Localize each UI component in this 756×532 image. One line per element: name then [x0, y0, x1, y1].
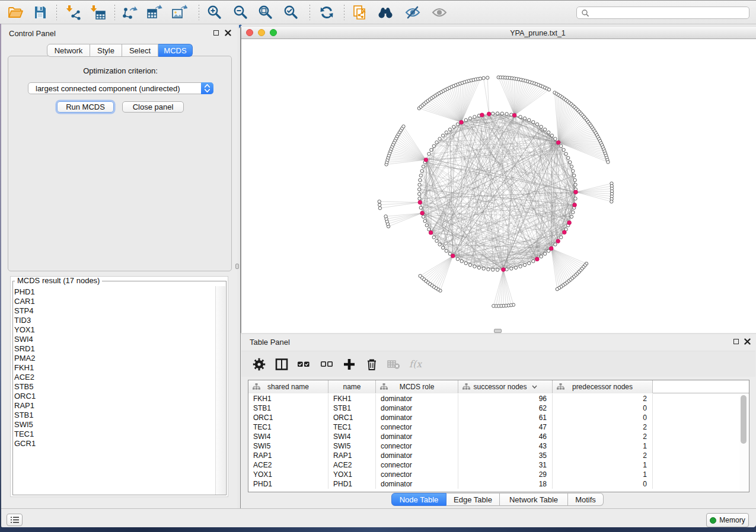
mcds-result-item[interactable]: PMA2 — [14, 354, 210, 363]
table-cell: 43 — [458, 441, 553, 451]
mcds-result-item[interactable]: FKH1 — [14, 363, 210, 373]
trash-icon[interactable] — [365, 357, 379, 371]
unchecked-boxes-icon[interactable] — [320, 357, 334, 371]
tab-network[interactable]: Network — [47, 44, 90, 57]
table-cell: 2 — [553, 451, 653, 460]
tab-mcds[interactable]: MCDS — [158, 44, 193, 57]
close-panel-button[interactable]: Close panel — [122, 101, 184, 113]
table-row[interactable]: RAP1RAP1dominator352 — [248, 451, 749, 460]
import-table-icon[interactable] — [90, 4, 107, 21]
table-row[interactable]: PHD1PHD1dominator180 — [248, 479, 749, 489]
table-cell: RAP1 — [328, 451, 376, 460]
export-table-icon[interactable] — [146, 4, 162, 21]
table-row[interactable]: ORC1ORC1dominator610 — [248, 413, 749, 422]
column-header-successor-nodes[interactable]: successor nodes — [458, 380, 553, 393]
divider-handle[interactable] — [235, 264, 239, 269]
mcds-result-item[interactable]: GCR1 — [14, 439, 210, 448]
table-row[interactable]: YOX1YOX1connector291 — [248, 470, 749, 479]
mcds-result-item[interactable]: SWI5 — [14, 420, 210, 430]
hide-eye-icon[interactable] — [404, 4, 421, 21]
search-box[interactable] — [576, 7, 749, 19]
table-cell: TEC1 — [328, 422, 376, 432]
gear-icon[interactable] — [252, 357, 266, 371]
columns-icon[interactable] — [275, 357, 289, 371]
close-icon[interactable] — [744, 338, 751, 345]
zoom-fit-icon[interactable] — [257, 4, 274, 21]
mcds-result-item[interactable]: YOX1 — [14, 325, 210, 335]
float-window-icon[interactable] — [213, 30, 219, 36]
mcds-result-item[interactable]: STP4 — [14, 306, 210, 316]
export-network-icon[interactable] — [122, 4, 138, 21]
save-icon[interactable] — [32, 4, 49, 21]
table-scrollbar[interactable] — [739, 394, 748, 491]
close-icon[interactable] — [225, 30, 231, 36]
panel-list-button[interactable] — [7, 514, 23, 526]
table-cell: 62 — [458, 403, 553, 413]
toolbar-separator — [114, 5, 115, 20]
toolbar-separator — [56, 5, 57, 20]
tab-edge-table[interactable]: Edge Table — [446, 493, 500, 506]
minimize-traffic-light[interactable] — [258, 29, 265, 36]
table-row[interactable]: SWI5SWI5connector431 — [248, 441, 749, 451]
mcds-result-item[interactable]: SWI4 — [14, 335, 210, 344]
column-header-predecessor-nodes[interactable]: predecessor nodes — [553, 380, 653, 393]
open-folder-icon[interactable] — [7, 4, 24, 21]
column-header-MCDS-role[interactable]: MCDS role — [376, 380, 458, 393]
float-window-icon[interactable] — [733, 339, 739, 344]
mcds-result-item[interactable]: TEC1 — [14, 430, 210, 439]
tab-network-table[interactable]: Network Table — [500, 493, 568, 506]
table-delete-icon — [387, 357, 401, 371]
zoom-selected-icon[interactable] — [283, 4, 299, 21]
export-image-icon[interactable] — [171, 4, 187, 21]
mcds-result-item[interactable]: PHD1 — [14, 287, 210, 297]
svg-text:f(x): f(x) — [409, 358, 422, 370]
network-graph-canvas[interactable] — [241, 39, 756, 333]
mcds-result-item[interactable]: ORC1 — [14, 392, 210, 401]
table-row[interactable]: ACE2ACE2connector311 — [248, 460, 749, 470]
table-scrollbar-thumb[interactable] — [741, 395, 747, 444]
horizontal-divider-handle[interactable] — [494, 329, 502, 333]
mcds-result-item[interactable]: TID3 — [14, 316, 210, 325]
table-cell: 0 — [553, 413, 653, 422]
table-row[interactable]: STB1STB1dominator620 — [248, 403, 749, 413]
criterion-select[interactable]: largest connected component (undirected) — [28, 82, 213, 94]
zoom-traffic-light[interactable] — [270, 29, 277, 36]
table-cell: 46 — [458, 432, 553, 441]
select-arrows-icon — [201, 82, 213, 94]
show-eye-icon[interactable] — [431, 4, 448, 21]
table-panel: Table Panel f(x) shared namenameMCDS rol… — [241, 334, 756, 508]
tab-style[interactable]: Style — [90, 44, 122, 57]
mcds-result-item[interactable]: ACE2 — [14, 373, 210, 382]
table-cell: FKH1 — [248, 394, 328, 403]
refresh-icon[interactable] — [318, 4, 335, 21]
table-cell: ACE2 — [248, 460, 328, 470]
zoom-out-icon[interactable] — [232, 4, 249, 21]
column-header-shared-name[interactable]: shared name — [248, 380, 328, 393]
table-row[interactable]: FKH1FKH1dominator962 — [248, 394, 749, 403]
import-network-icon[interactable] — [66, 4, 82, 21]
mcds-result-item[interactable]: RAP1 — [14, 401, 210, 411]
share-docs-icon[interactable] — [352, 4, 368, 21]
mcds-result-scrollbar[interactable] — [215, 286, 225, 495]
tab-motifs[interactable]: Motifs — [568, 493, 604, 506]
plus-icon[interactable] — [342, 357, 356, 371]
network-frame-titlebar[interactable]: YPA_prune.txt_1 — [241, 27, 756, 39]
search-input[interactable] — [589, 8, 749, 18]
table-row[interactable]: SWI4SWI4dominator462 — [248, 432, 749, 441]
checked-boxes-icon[interactable] — [296, 357, 311, 371]
mcds-result-item[interactable]: SRD1 — [14, 344, 210, 354]
column-header-name[interactable]: name — [328, 380, 376, 393]
mcds-result-item[interactable]: STB1 — [14, 411, 210, 420]
table-cell: TEC1 — [248, 422, 328, 432]
zoom-in-icon[interactable] — [206, 4, 223, 21]
tab-node-table[interactable]: Node Table — [391, 493, 446, 506]
binoculars-icon[interactable] — [377, 4, 394, 21]
table-row[interactable]: TEC1TEC1connector472 — [248, 422, 749, 432]
tab-select[interactable]: Select — [122, 44, 158, 57]
memory-button[interactable]: Memory — [706, 513, 749, 527]
run-mcds-button[interactable]: Run MCDS — [57, 101, 114, 113]
mcds-result-item[interactable]: CAR1 — [14, 297, 210, 306]
mcds-result-item[interactable]: STB5 — [14, 382, 210, 392]
table-cell: 1 — [553, 470, 653, 479]
close-traffic-light[interactable] — [246, 29, 253, 36]
